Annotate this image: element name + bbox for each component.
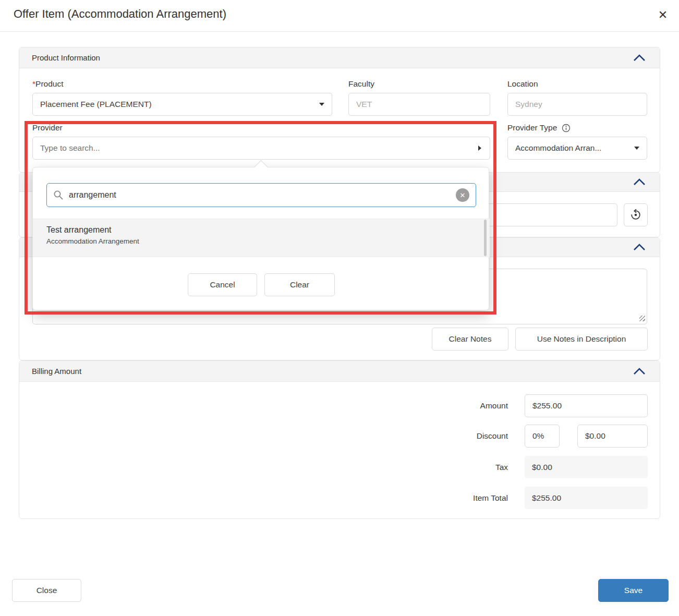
discount-label: Discount xyxy=(365,425,508,448)
item-total-label: Item Total xyxy=(365,487,508,509)
use-notes-in-description-button[interactable]: Use Notes in Description xyxy=(515,328,648,351)
tax-label: Tax xyxy=(365,456,508,478)
popup-search-box: ✕ xyxy=(46,183,476,207)
result-subtitle: Accommodation Arrangement xyxy=(46,237,490,245)
chevron-up-icon[interactable] xyxy=(632,366,647,377)
scrollbar-thumb[interactable] xyxy=(484,220,487,256)
close-icon[interactable]: ✕ xyxy=(654,6,672,24)
product-select[interactable]: Placement Fee (PLACEMENT) xyxy=(32,93,332,116)
location-label: Location xyxy=(507,79,538,89)
tax-value: $0.00 xyxy=(525,456,648,478)
popup-clear-button[interactable]: Clear xyxy=(264,273,335,296)
offer-item-dialog: Offer Item (Accommodation Arrangement) ✕… xyxy=(0,0,679,616)
info-icon[interactable] xyxy=(562,124,571,132)
chevron-up-icon[interactable] xyxy=(632,177,647,187)
chevron-up-icon[interactable] xyxy=(632,242,647,252)
product-information-header[interactable]: Product Information xyxy=(19,47,660,68)
close-button[interactable]: Close xyxy=(12,579,81,602)
popup-cancel-button[interactable]: Cancel xyxy=(188,273,257,296)
provider-label: Provider xyxy=(32,123,63,132)
product-label: *Product xyxy=(32,79,63,89)
provider-search-popup: ✕ Test arrangement Accommodation Arrange… xyxy=(32,167,489,310)
provider-search-input[interactable] xyxy=(33,143,478,153)
caret-down-icon xyxy=(634,147,639,150)
caret-down-icon xyxy=(319,103,324,106)
provider-search-field[interactable] xyxy=(32,137,490,160)
discount-percent-input[interactable] xyxy=(525,425,560,448)
search-result-item[interactable]: Test arrangement Accommodation Arrangeme… xyxy=(33,219,490,257)
product-select-value: Placement Fee (PLACEMENT) xyxy=(40,100,152,109)
provider-type-label-row: Provider Type xyxy=(507,123,571,132)
popup-search-input[interactable] xyxy=(69,190,456,200)
location-input[interactable] xyxy=(507,93,647,116)
faculty-label: Faculty xyxy=(348,79,374,89)
discount-amount-input[interactable] xyxy=(577,425,648,448)
reset-icon-button[interactable] xyxy=(624,203,648,226)
faculty-input[interactable] xyxy=(348,93,490,116)
header-divider xyxy=(0,31,679,32)
provider-type-select[interactable]: Accommodation Arran... xyxy=(507,137,647,160)
billing-amount-title: Billing Amount xyxy=(32,367,81,376)
product-information-title: Product Information xyxy=(32,53,100,62)
history-reset-icon xyxy=(630,209,641,221)
save-button[interactable]: Save xyxy=(598,579,669,602)
clear-notes-button[interactable]: Clear Notes xyxy=(432,328,508,351)
result-title: Test arrangement xyxy=(46,225,490,235)
textarea-resize-handle[interactable] xyxy=(639,316,645,321)
amount-input[interactable] xyxy=(525,394,648,417)
provider-type-label: Provider Type xyxy=(507,123,557,132)
item-total-value: $255.00 xyxy=(525,487,648,509)
provider-type-value: Accommodation Arran... xyxy=(515,143,601,153)
caret-right-icon[interactable] xyxy=(478,146,481,151)
search-icon xyxy=(53,190,64,200)
chevron-up-icon[interactable] xyxy=(632,53,647,63)
clear-search-icon[interactable]: ✕ xyxy=(456,188,469,202)
dialog-title: Offer Item (Accommodation Arrangement) xyxy=(14,7,226,21)
billing-amount-header[interactable]: Billing Amount xyxy=(19,361,660,382)
amount-label: Amount xyxy=(365,394,508,417)
